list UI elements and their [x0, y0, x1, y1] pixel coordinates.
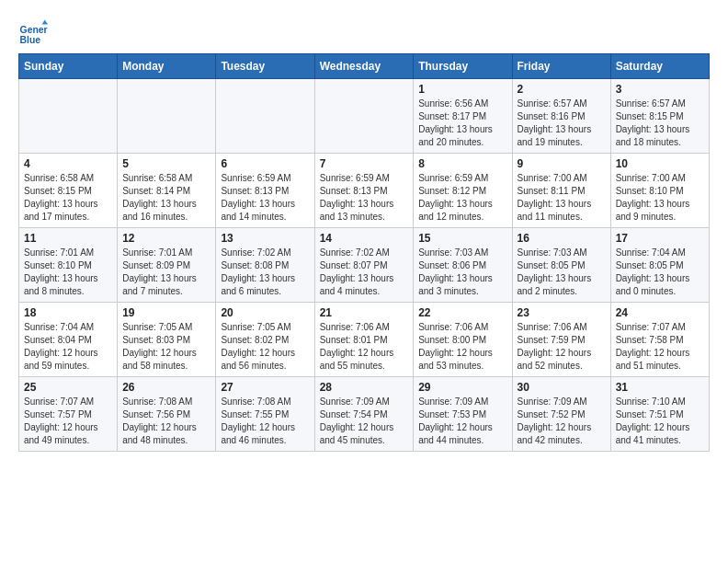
cell-day-number: 18 [24, 306, 112, 319]
cell-day-info: Sunrise: 7:01 AM Sunset: 8:09 PM Dayligh… [122, 247, 210, 298]
cell-day-number: 16 [518, 232, 606, 245]
cell-day-info: Sunrise: 7:08 AM Sunset: 7:56 PM Dayligh… [122, 396, 210, 447]
calendar-cell: 30Sunrise: 7:09 AM Sunset: 7:52 PM Dayli… [512, 377, 610, 452]
calendar-week-row: 1Sunrise: 6:56 AM Sunset: 8:17 PM Daylig… [19, 79, 710, 154]
calendar-week-row: 25Sunrise: 7:07 AM Sunset: 7:57 PM Dayli… [19, 377, 710, 452]
calendar-cell: 7Sunrise: 6:59 AM Sunset: 8:13 PM Daylig… [314, 154, 414, 228]
calendar-body: 1Sunrise: 6:56 AM Sunset: 8:17 PM Daylig… [19, 79, 710, 452]
svg-text:Blue: Blue [20, 35, 41, 45]
cell-day-number: 5 [122, 157, 210, 170]
calendar-cell [314, 79, 414, 154]
page-header: General Blue [18, 18, 710, 48]
cell-day-info: Sunrise: 7:01 AM Sunset: 8:10 PM Dayligh… [24, 247, 112, 298]
cell-day-info: Sunrise: 7:07 AM Sunset: 7:57 PM Dayligh… [24, 396, 112, 447]
cell-day-number: 7 [320, 157, 409, 170]
weekday-header-tuesday: Tuesday [216, 54, 314, 79]
cell-day-info: Sunrise: 7:05 AM Sunset: 8:02 PM Dayligh… [221, 321, 309, 373]
cell-day-info: Sunrise: 7:06 AM Sunset: 8:01 PM Dayligh… [320, 321, 409, 373]
cell-day-number: 4 [24, 157, 112, 170]
calendar-cell: 24Sunrise: 7:07 AM Sunset: 7:58 PM Dayli… [610, 303, 709, 377]
calendar-cell: 25Sunrise: 7:07 AM Sunset: 7:57 PM Dayli… [19, 377, 118, 452]
calendar-cell: 5Sunrise: 6:58 AM Sunset: 8:14 PM Daylig… [118, 154, 216, 228]
cell-day-info: Sunrise: 7:02 AM Sunset: 8:07 PM Dayligh… [320, 247, 409, 298]
cell-day-info: Sunrise: 7:07 AM Sunset: 7:58 PM Dayligh… [616, 321, 704, 373]
cell-day-number: 1 [418, 83, 506, 96]
weekday-header-friday: Friday [512, 54, 610, 79]
calendar-cell: 13Sunrise: 7:02 AM Sunset: 8:08 PM Dayli… [216, 228, 314, 303]
cell-day-number: 12 [122, 232, 210, 245]
cell-day-number: 25 [24, 381, 112, 394]
cell-day-info: Sunrise: 6:59 AM Sunset: 8:13 PM Dayligh… [320, 172, 409, 224]
calendar-cell: 2Sunrise: 6:57 AM Sunset: 8:16 PM Daylig… [512, 79, 610, 154]
cell-day-info: Sunrise: 7:08 AM Sunset: 7:55 PM Dayligh… [221, 396, 309, 447]
cell-day-number: 9 [518, 157, 606, 170]
calendar-cell: 23Sunrise: 7:06 AM Sunset: 7:59 PM Dayli… [512, 303, 610, 377]
cell-day-number: 23 [518, 306, 606, 319]
cell-day-number: 31 [616, 381, 704, 394]
cell-day-number: 3 [616, 83, 704, 96]
cell-day-number: 28 [320, 381, 409, 394]
calendar-cell: 20Sunrise: 7:05 AM Sunset: 8:02 PM Dayli… [216, 303, 314, 377]
calendar-cell: 10Sunrise: 7:00 AM Sunset: 8:10 PM Dayli… [610, 154, 709, 228]
cell-day-info: Sunrise: 7:09 AM Sunset: 7:53 PM Dayligh… [418, 396, 506, 447]
calendar-cell: 12Sunrise: 7:01 AM Sunset: 8:09 PM Dayli… [118, 228, 216, 303]
calendar-cell: 26Sunrise: 7:08 AM Sunset: 7:56 PM Dayli… [118, 377, 216, 452]
weekday-header-wednesday: Wednesday [314, 54, 414, 79]
cell-day-info: Sunrise: 7:06 AM Sunset: 8:00 PM Dayligh… [418, 321, 506, 373]
calendar-cell: 14Sunrise: 7:02 AM Sunset: 8:07 PM Dayli… [314, 228, 414, 303]
weekday-header-thursday: Thursday [414, 54, 512, 79]
cell-day-number: 17 [616, 232, 704, 245]
cell-day-number: 21 [320, 306, 409, 319]
cell-day-number: 24 [616, 306, 704, 319]
calendar-cell: 3Sunrise: 6:57 AM Sunset: 8:15 PM Daylig… [610, 79, 709, 154]
calendar-cell: 9Sunrise: 7:00 AM Sunset: 8:11 PM Daylig… [512, 154, 610, 228]
cell-day-info: Sunrise: 6:59 AM Sunset: 8:12 PM Dayligh… [418, 172, 506, 224]
cell-day-info: Sunrise: 7:10 AM Sunset: 7:51 PM Dayligh… [616, 396, 704, 447]
calendar-cell: 27Sunrise: 7:08 AM Sunset: 7:55 PM Dayli… [216, 377, 314, 452]
calendar-cell [19, 79, 118, 154]
cell-day-info: Sunrise: 7:06 AM Sunset: 7:59 PM Dayligh… [518, 321, 606, 373]
cell-day-number: 13 [221, 232, 309, 245]
cell-day-info: Sunrise: 6:57 AM Sunset: 8:16 PM Dayligh… [518, 98, 606, 149]
logo-icon: General Blue [18, 18, 48, 48]
calendar-cell: 15Sunrise: 7:03 AM Sunset: 8:06 PM Dayli… [414, 228, 512, 303]
cell-day-number: 29 [418, 381, 506, 394]
cell-day-number: 14 [320, 232, 409, 245]
cell-day-number: 6 [221, 157, 309, 170]
cell-day-number: 26 [122, 381, 210, 394]
cell-day-info: Sunrise: 6:59 AM Sunset: 8:13 PM Dayligh… [221, 172, 309, 224]
calendar-cell: 11Sunrise: 7:01 AM Sunset: 8:10 PM Dayli… [19, 228, 118, 303]
cell-day-info: Sunrise: 7:00 AM Sunset: 8:10 PM Dayligh… [616, 172, 704, 224]
cell-day-number: 15 [418, 232, 506, 245]
cell-day-info: Sunrise: 7:09 AM Sunset: 7:52 PM Dayligh… [518, 396, 606, 447]
calendar-cell: 19Sunrise: 7:05 AM Sunset: 8:03 PM Dayli… [118, 303, 216, 377]
weekday-header-monday: Monday [118, 54, 216, 79]
calendar-cell: 21Sunrise: 7:06 AM Sunset: 8:01 PM Dayli… [314, 303, 414, 377]
calendar-cell: 4Sunrise: 6:58 AM Sunset: 8:15 PM Daylig… [19, 154, 118, 228]
svg-marker-2 [42, 20, 48, 25]
cell-day-number: 11 [24, 232, 112, 245]
cell-day-info: Sunrise: 6:56 AM Sunset: 8:17 PM Dayligh… [418, 98, 506, 149]
calendar-cell: 1Sunrise: 6:56 AM Sunset: 8:17 PM Daylig… [414, 79, 512, 154]
svg-text:General: General [20, 25, 48, 35]
cell-day-info: Sunrise: 7:03 AM Sunset: 8:05 PM Dayligh… [518, 247, 606, 298]
cell-day-info: Sunrise: 7:04 AM Sunset: 8:05 PM Dayligh… [616, 247, 704, 298]
calendar-cell: 8Sunrise: 6:59 AM Sunset: 8:12 PM Daylig… [414, 154, 512, 228]
calendar-week-row: 4Sunrise: 6:58 AM Sunset: 8:15 PM Daylig… [19, 154, 710, 228]
logo: General Blue [18, 18, 48, 48]
calendar-cell: 16Sunrise: 7:03 AM Sunset: 8:05 PM Dayli… [512, 228, 610, 303]
cell-day-info: Sunrise: 7:09 AM Sunset: 7:54 PM Dayligh… [320, 396, 409, 447]
calendar-week-row: 18Sunrise: 7:04 AM Sunset: 8:04 PM Dayli… [19, 303, 710, 377]
cell-day-info: Sunrise: 6:58 AM Sunset: 8:15 PM Dayligh… [24, 172, 112, 224]
calendar-cell [118, 79, 216, 154]
calendar-table: SundayMondayTuesdayWednesdayThursdayFrid… [18, 53, 710, 452]
cell-day-info: Sunrise: 7:02 AM Sunset: 8:08 PM Dayligh… [221, 247, 309, 298]
weekday-header-saturday: Saturday [610, 54, 709, 79]
calendar-cell: 6Sunrise: 6:59 AM Sunset: 8:13 PM Daylig… [216, 154, 314, 228]
cell-day-number: 20 [221, 306, 309, 319]
calendar-header-row: SundayMondayTuesdayWednesdayThursdayFrid… [19, 54, 710, 79]
cell-day-info: Sunrise: 7:05 AM Sunset: 8:03 PM Dayligh… [122, 321, 210, 373]
cell-day-number: 19 [122, 306, 210, 319]
calendar-cell: 29Sunrise: 7:09 AM Sunset: 7:53 PM Dayli… [414, 377, 512, 452]
cell-day-number: 8 [418, 157, 506, 170]
